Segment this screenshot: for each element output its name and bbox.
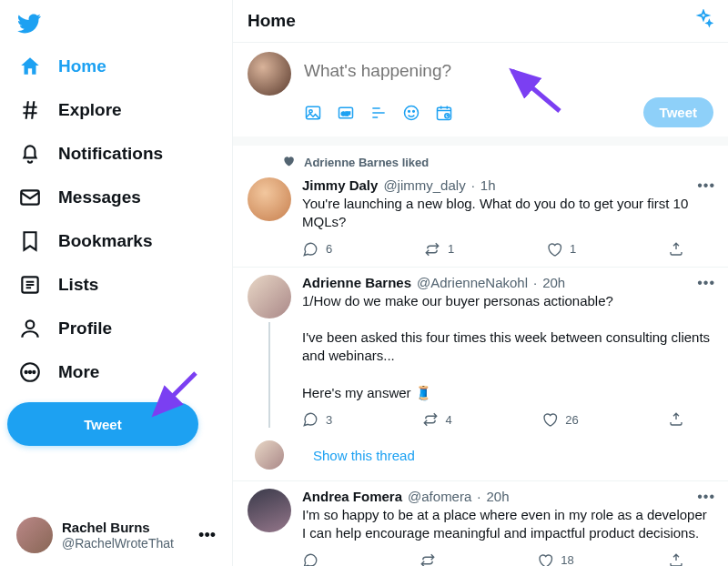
bookmark-icon — [18, 229, 42, 253]
avatar[interactable] — [248, 489, 291, 532]
nav-notifications[interactable]: Notifications — [7, 133, 225, 175]
tweet-time[interactable]: 20h — [542, 275, 565, 290]
nav-label: More — [58, 362, 99, 382]
account-handle: @RachelWroteThat — [62, 536, 174, 551]
nav-label: Lists — [58, 275, 98, 295]
nav-label: Notifications — [58, 144, 163, 164]
svg-point-13 — [413, 110, 415, 112]
like-button[interactable]: 1 — [546, 241, 576, 258]
avatar[interactable] — [248, 275, 291, 318]
timeline-header: Home — [233, 0, 728, 43]
reply-button[interactable]: 6 — [302, 241, 332, 258]
emoji-icon[interactable] — [402, 104, 420, 122]
avatar[interactable] — [248, 52, 291, 96]
nav-explore[interactable]: Explore — [7, 89, 225, 131]
tweet-more-button[interactable]: ••• — [697, 177, 715, 194]
tweet-author-name[interactable]: Jimmy Daly — [302, 177, 378, 193]
svg-text:GIF: GIF — [341, 111, 350, 116]
svg-point-12 — [409, 110, 410, 112]
nav-messages[interactable]: Messages — [7, 177, 225, 218]
hash-icon — [18, 98, 42, 122]
nav-label: Bookmarks — [58, 231, 153, 251]
retweet-button[interactable]: 4 — [422, 411, 452, 428]
nav-more[interactable]: More — [7, 351, 225, 393]
twitter-logo[interactable] — [7, 4, 225, 44]
reply-button[interactable]: 3 — [302, 411, 332, 428]
tweet-button[interactable]: Tweet — [7, 402, 198, 446]
show-thread-link[interactable]: Show this thread — [313, 448, 415, 463]
poll-icon[interactable] — [369, 104, 388, 122]
tweet-more-button[interactable]: ••• — [697, 275, 715, 291]
page-title: Home — [248, 11, 296, 31]
nav-home[interactable]: Home — [7, 45, 225, 87]
tweet-author-name[interactable]: Andrea Fomera — [302, 489, 402, 504]
gif-icon[interactable]: GIF — [337, 104, 355, 122]
mail-icon — [18, 186, 42, 209]
tweet[interactable]: Jimmy Daly @jimmy_daly · 1h You're launc… — [233, 170, 728, 268]
tweet-text: I'm so happy to be at a place where even… — [302, 506, 713, 543]
nav-lists[interactable]: Lists — [7, 264, 225, 306]
svg-point-6 — [33, 371, 35, 373]
social-context: Adrienne Barnes liked — [233, 146, 728, 170]
like-button[interactable]: 18 — [537, 552, 573, 567]
bell-icon — [18, 142, 42, 166]
context-text: Adrienne Barnes liked — [304, 156, 429, 169]
retweet-button[interactable] — [420, 552, 443, 567]
home-icon — [18, 55, 42, 78]
reply-button[interactable] — [302, 552, 326, 567]
sparkle-icon[interactable] — [693, 9, 713, 33]
svg-point-8 — [309, 109, 312, 112]
retweet-button[interactable]: 1 — [424, 241, 454, 258]
tweet[interactable]: Adrienne Barnes @AdrienneNakohl · 20h 1/… — [233, 268, 728, 438]
tweet-time[interactable]: 1h — [480, 177, 496, 193]
share-button[interactable] — [668, 411, 684, 428]
svg-point-2 — [26, 320, 35, 328]
schedule-icon[interactable] — [435, 104, 453, 122]
compose-tweet-button[interactable]: Tweet — [643, 97, 713, 127]
sidebar: Home Explore Notifications Messages Book… — [0, 0, 232, 566]
thread-continuation[interactable]: Show this thread — [233, 437, 728, 481]
list-icon — [18, 273, 42, 297]
account-display-name: Rachel Burns — [62, 520, 174, 536]
more-icon — [18, 360, 42, 384]
share-button[interactable] — [668, 241, 684, 258]
tweet-text: 1/How do we make our buyer personas acti… — [302, 292, 713, 403]
profile-icon — [18, 317, 42, 340]
thread-line — [268, 322, 270, 429]
tweet-composer: GIF Tweet — [233, 43, 728, 146]
account-switcher[interactable]: Rachel Burns @RachelWroteThat ••• — [7, 510, 225, 561]
timeline-feed: Adrienne Barnes liked Jimmy Daly @jimmy_… — [233, 146, 728, 566]
tweet-author-handle[interactable]: @jimmy_daly — [383, 177, 465, 193]
tweet-time[interactable]: 20h — [486, 489, 509, 504]
nav-label: Messages — [58, 187, 141, 207]
media-icon[interactable] — [304, 104, 322, 122]
tweet-author-name[interactable]: Adrienne Barnes — [302, 275, 411, 290]
tweet-author-handle[interactable]: @AdrienneNakohl — [417, 275, 528, 290]
nav-profile[interactable]: Profile — [7, 308, 225, 349]
ellipsis-icon[interactable]: ••• — [198, 526, 216, 545]
main-column: Home GIF Tweet — [232, 0, 728, 566]
svg-point-4 — [25, 371, 27, 373]
nav-label: Profile — [58, 318, 112, 339]
svg-point-5 — [29, 371, 31, 373]
nav-label: Home — [58, 56, 106, 76]
share-button[interactable] — [668, 552, 684, 567]
nav-label: Explore — [58, 100, 122, 120]
nav-bookmarks[interactable]: Bookmarks — [7, 220, 225, 262]
avatar[interactable] — [255, 440, 284, 470]
tweet-text: You're launching a new blog. What do you… — [302, 195, 713, 232]
heart-icon — [282, 155, 295, 170]
tweet-more-button[interactable]: ••• — [697, 489, 715, 505]
avatar — [16, 517, 53, 553]
svg-point-11 — [405, 106, 419, 119]
like-button[interactable]: 26 — [541, 411, 578, 428]
tweet[interactable]: Andrea Fomera @afomera · 20h I'm so happ… — [233, 481, 728, 566]
avatar[interactable] — [248, 177, 291, 221]
compose-input[interactable] — [304, 52, 713, 97]
tweet-author-handle[interactable]: @afomera — [408, 489, 471, 504]
